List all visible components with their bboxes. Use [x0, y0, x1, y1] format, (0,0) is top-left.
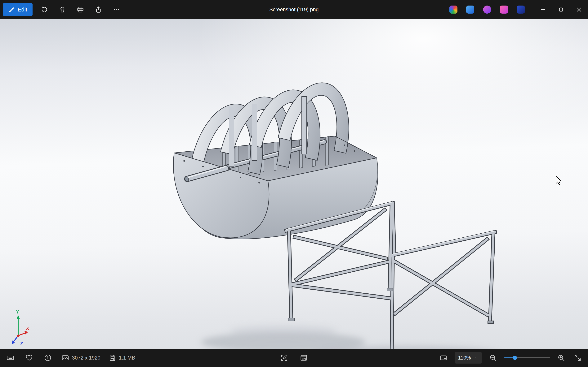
coordinate-triad: Y X Z [12, 309, 29, 346]
more-icon [112, 6, 120, 13]
cloud-app-icon[interactable] [517, 6, 525, 14]
mouse-cursor [556, 176, 561, 185]
maximize-button[interactable] [552, 0, 570, 19]
triad-y-label: Y [16, 309, 19, 314]
print-icon [77, 6, 84, 13]
save-icon [109, 354, 116, 362]
statusbar: 3072 x 1920 1.1 MB 110% [0, 349, 588, 367]
fullscreen-icon [574, 354, 582, 362]
fullscreen-button[interactable] [572, 352, 583, 363]
statusbar-left: 3072 x 1920 1.1 MB [5, 352, 135, 363]
minimize-button[interactable] [534, 0, 552, 19]
delete-icon [59, 6, 66, 13]
filmstrip-toggle-button[interactable] [298, 352, 309, 363]
image-canvas[interactable]: Y X Z [0, 19, 588, 349]
editor-app-icon[interactable] [466, 6, 474, 14]
print-button[interactable] [74, 3, 86, 16]
zoom-level-value: 110% [458, 355, 471, 361]
statusbar-right: 110% [438, 352, 583, 364]
favorite-heart-icon [25, 354, 33, 362]
share-icon [95, 6, 102, 13]
window-title: Screenshot (119).png [269, 0, 319, 19]
edit-pencil-icon [9, 6, 15, 13]
focus-frame-button[interactable] [279, 352, 290, 363]
toolbar: Edit [3, 3, 122, 16]
info-button[interactable] [43, 352, 53, 363]
fit-to-window-button[interactable] [438, 352, 449, 363]
close-button[interactable] [570, 0, 588, 19]
delete-button[interactable] [56, 3, 69, 16]
cad-model: Y X Z [0, 19, 588, 349]
image-dimensions: 3072 x 1920 [72, 355, 101, 361]
zoom-in-icon [557, 354, 565, 362]
app-shortcuts [450, 6, 525, 14]
focus-frame-icon [280, 354, 288, 362]
titlebar: Edit Screenshot (119).pn [0, 0, 588, 19]
triad-x-label: X [26, 326, 29, 331]
chevron-down-icon [474, 355, 478, 360]
floor-shadows [201, 325, 500, 349]
keyboard-icon [6, 354, 14, 362]
file-size: 1.1 MB [119, 355, 135, 361]
dimensions-icon [61, 354, 69, 362]
designer-app-icon[interactable] [450, 6, 458, 14]
zoom-out-button[interactable] [488, 352, 498, 363]
statusbar-center [279, 352, 309, 363]
zoom-slider-thumb[interactable] [513, 356, 517, 360]
titlebar-right [450, 0, 588, 19]
close-icon [576, 7, 582, 12]
zoom-out-icon [489, 354, 497, 362]
filmstrip-toggle-icon [300, 354, 308, 362]
edit-button[interactable]: Edit [3, 3, 33, 16]
dimensions-group: 3072 x 1920 [61, 354, 101, 362]
gallery-app-icon[interactable] [500, 6, 508, 14]
info-icon [44, 354, 52, 362]
rotate-button[interactable] [38, 3, 51, 16]
fit-to-window-icon [440, 354, 448, 362]
zoom-level-dropdown[interactable]: 110% [455, 352, 482, 364]
zoom-in-button[interactable] [556, 352, 567, 363]
edit-button-label: Edit [17, 7, 27, 13]
more-button[interactable] [110, 3, 122, 16]
rotate-icon [41, 6, 48, 13]
maximize-icon [558, 7, 564, 12]
filesize-group: 1.1 MB [109, 354, 135, 362]
triad-z-label: Z [20, 341, 23, 346]
clipchamp-app-icon[interactable] [483, 6, 491, 14]
favorite-button[interactable] [24, 352, 35, 363]
zoom-slider[interactable] [504, 356, 550, 360]
share-button[interactable] [92, 3, 104, 16]
minimize-icon [540, 7, 546, 12]
keyboard-button[interactable] [5, 352, 16, 363]
